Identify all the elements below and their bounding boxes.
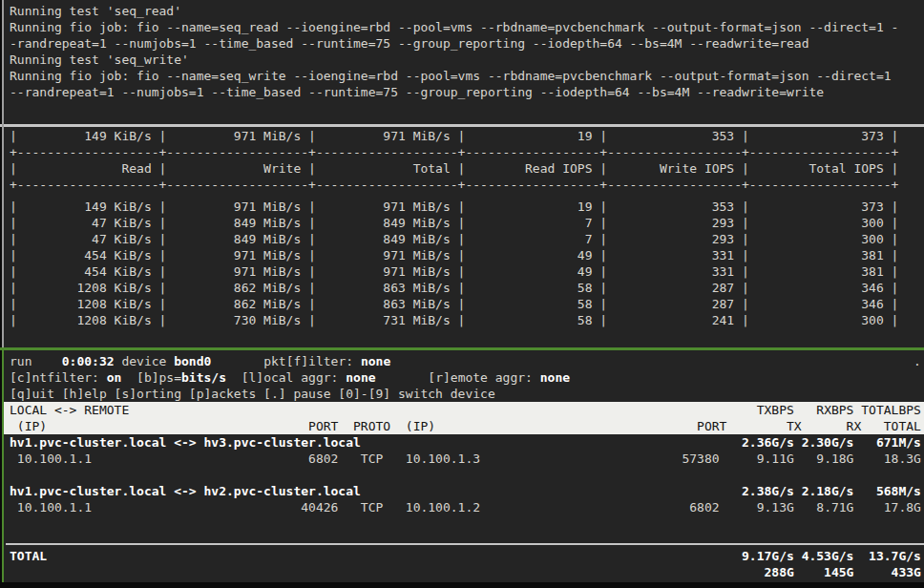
jnettop-total-row: TOTAL 9.17G/s 4.53G/s 13.7G/s xyxy=(4,548,924,564)
jnettop-blank-line xyxy=(4,515,924,532)
active-pane-left-border xyxy=(2,347,4,584)
jnettop-connection-row: hv1.pvc-cluster.local <-> hv3.pvc-cluste… xyxy=(4,434,924,451)
table-row: | 1208 KiB/s | 862 MiB/s | 863 MiB/s | 5… xyxy=(4,280,924,296)
terminal-screen: Running test 'seq_read'Running fio job: … xyxy=(0,0,924,588)
table-row: | 1208 KiB/s | 730 MiB/s | 731 MiB/s | 5… xyxy=(4,312,924,328)
jnettop-pane[interactable]: run 0:00:32 device bond0 pkt[f]ilter: no… xyxy=(4,350,924,585)
jnettop-total-row: 288G 145G 433G xyxy=(4,564,924,580)
table-row: | 47 KiB/s | 849 MiB/s | 849 MiB/s | 7 |… xyxy=(4,215,924,231)
fio-log-line: Running test 'seq_write' xyxy=(4,52,924,68)
table-row: | 1208 KiB/s | 862 MiB/s | 863 MiB/s | 5… xyxy=(4,296,924,312)
table-row: | 454 KiB/s | 971 MiB/s | 971 MiB/s | 49… xyxy=(4,247,924,263)
table-row: | 149 KiB/s | 971 MiB/s | 971 MiB/s | 19… xyxy=(4,199,924,215)
pane-left-border xyxy=(2,0,4,347)
jnettop-header-row: LOCAL <-> REMOTE TXBPS RXBPS TOTALBPS xyxy=(4,402,924,418)
jnettop-blank-line xyxy=(4,467,924,483)
jnettop-connection-detail-row: 10.100.1.1 40426 TCP 10.100.1.2 6802 9.1… xyxy=(4,499,924,515)
fio-log-line: Running fio job: fio --name=seq_write --… xyxy=(4,68,924,84)
table-row: | 47 KiB/s | 849 MiB/s | 849 MiB/s | 7 |… xyxy=(4,231,924,247)
jnettop-header-row: (IP) PORT PROTO (IP) PORT TX RX TOTAL xyxy=(4,418,924,434)
benchmark-table-pane[interactable]: | 149 KiB/s | 971 MiB/s | 971 MiB/s | 19… xyxy=(4,127,924,348)
jnettop-status-line: [c]ntfilter: on [b]ps=bits/s [l]ocal agg… xyxy=(4,369,924,386)
table-rows: | 149 KiB/s | 971 MiB/s | 971 MiB/s | 19… xyxy=(4,199,924,328)
screen-bottom-edge xyxy=(0,582,924,588)
table-row: | 454 KiB/s | 971 MiB/s | 971 MiB/s | 49… xyxy=(4,263,924,280)
fio-output-pane[interactable]: Running test 'seq_read'Running fio job: … xyxy=(4,0,924,127)
table-header-row: | Read | Write | Total | Read IOPS | Wri… xyxy=(4,160,924,177)
table-scroll-row: | 149 KiB/s | 971 MiB/s | 971 MiB/s | 19… xyxy=(4,128,924,144)
jnettop-connection-detail-row: 10.100.1.1 6802 TCP 10.100.1.3 57380 9.1… xyxy=(4,451,924,467)
jnettop-status-line: run 0:00:32 device bond0 pkt[f]ilter: no… xyxy=(4,353,924,369)
jnettop-separator-line xyxy=(6,543,924,545)
fio-log-line: Running fio job: fio --name=seq_read --i… xyxy=(4,19,924,35)
jnettop-connection-row: hv1.pvc-cluster.local <-> hv2.pvc-cluste… xyxy=(4,483,924,499)
table-separator: +-------------------+-------------------… xyxy=(4,144,924,160)
fio-log-line: Running test 'seq_read' xyxy=(4,3,924,19)
fio-log-line: -randrepeat=1 --numjobs=1 --time_based -… xyxy=(4,35,924,52)
jnettop-status-line: [q]uit [h]elp [s]orting [p]ackets [.] pa… xyxy=(4,386,924,402)
table-separator: +-------------------+-------------------… xyxy=(4,177,924,193)
fio-log-line: --randrepeat=1 --numjobs=1 --time_based … xyxy=(4,84,924,100)
